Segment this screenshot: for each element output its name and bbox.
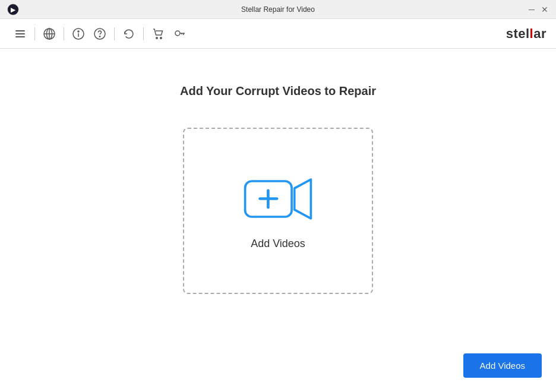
toolbar-left [10,23,190,45]
drop-zone-label: Add Videos [251,238,305,250]
cart-icon[interactable] [147,23,169,45]
add-video-camera-icon [242,172,314,226]
title-bar-left: ▶ [7,4,19,15]
svg-rect-3 [15,33,25,34]
main-content: Add Your Corrupt Videos to Repair Add Vi… [0,49,556,392]
logo-accent: l [530,26,534,41]
add-videos-button[interactable]: Add Videos [463,353,542,378]
refresh-icon[interactable] [118,23,140,45]
svg-rect-4 [15,36,25,37]
app-icon: ▶ [7,4,19,15]
menu-icon[interactable] [10,23,31,45]
page-title: Add Your Corrupt Videos to Repair [180,84,376,98]
window-controls: ─ ✕ [527,5,549,14]
video-icon-container [242,172,314,226]
separator-4 [143,27,144,40]
svg-point-15 [160,37,162,38]
toolbar: stellar [0,19,556,49]
info-icon[interactable] [68,23,89,45]
svg-point-14 [156,37,157,38]
svg-text:▶: ▶ [11,7,16,13]
title-bar: ▶ Stellar Repair for Video ─ ✕ [0,0,556,19]
window-title: Stellar Repair for Video [241,5,315,14]
stellar-logo: stellar [506,26,546,42]
key-icon[interactable] [169,23,190,45]
svg-point-11 [78,31,79,32]
svg-point-13 [99,36,100,37]
svg-point-16 [175,31,180,36]
globe-icon[interactable] [39,23,60,45]
help-icon[interactable] [89,23,110,45]
drop-zone[interactable]: Add Videos [183,128,373,294]
minimize-button[interactable]: ─ [527,5,536,14]
separator-2 [64,27,64,40]
separator-1 [34,27,35,40]
separator-3 [114,27,115,40]
svg-marker-21 [295,179,311,219]
close-button[interactable]: ✕ [541,5,549,14]
svg-rect-2 [15,30,25,31]
